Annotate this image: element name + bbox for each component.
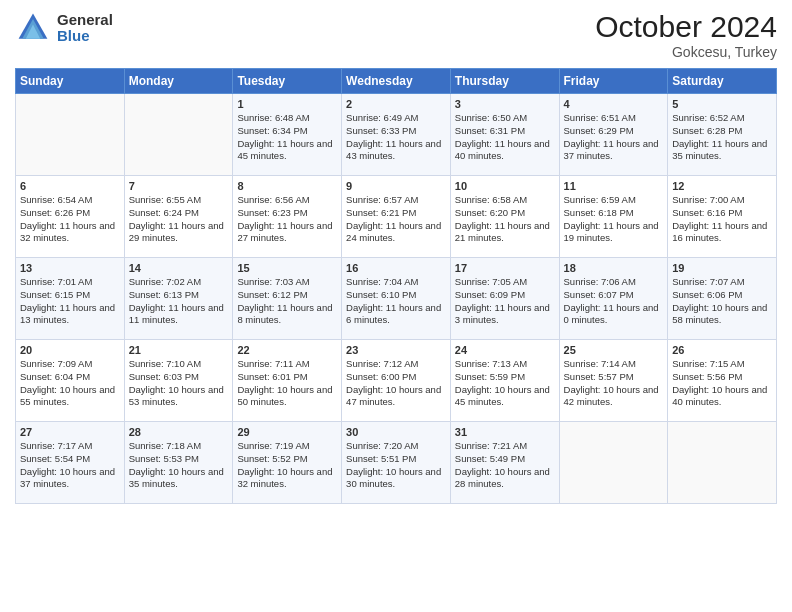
day-number: 28: [129, 426, 229, 438]
day-detail: Sunrise: 6:55 AMSunset: 6:24 PMDaylight:…: [129, 194, 224, 243]
calendar-cell: [668, 422, 777, 504]
day-detail: Sunrise: 7:05 AMSunset: 6:09 PMDaylight:…: [455, 276, 550, 325]
calendar-cell: 5Sunrise: 6:52 AMSunset: 6:28 PMDaylight…: [668, 94, 777, 176]
calendar-cell: 15Sunrise: 7:03 AMSunset: 6:12 PMDayligh…: [233, 258, 342, 340]
day-detail: Sunrise: 6:57 AMSunset: 6:21 PMDaylight:…: [346, 194, 441, 243]
day-detail: Sunrise: 6:56 AMSunset: 6:23 PMDaylight:…: [237, 194, 332, 243]
calendar-cell: 4Sunrise: 6:51 AMSunset: 6:29 PMDaylight…: [559, 94, 668, 176]
day-number: 6: [20, 180, 120, 192]
calendar-cell: 18Sunrise: 7:06 AMSunset: 6:07 PMDayligh…: [559, 258, 668, 340]
day-detail: Sunrise: 7:15 AMSunset: 5:56 PMDaylight:…: [672, 358, 767, 407]
day-number: 3: [455, 98, 555, 110]
calendar-cell: 13Sunrise: 7:01 AMSunset: 6:15 PMDayligh…: [16, 258, 125, 340]
day-number: 10: [455, 180, 555, 192]
calendar-cell: [559, 422, 668, 504]
day-number: 16: [346, 262, 446, 274]
location-subtitle: Gokcesu, Turkey: [595, 44, 777, 60]
day-number: 12: [672, 180, 772, 192]
calendar-cell: 19Sunrise: 7:07 AMSunset: 6:06 PMDayligh…: [668, 258, 777, 340]
day-number: 2: [346, 98, 446, 110]
day-detail: Sunrise: 7:06 AMSunset: 6:07 PMDaylight:…: [564, 276, 659, 325]
calendar-cell: 9Sunrise: 6:57 AMSunset: 6:21 PMDaylight…: [342, 176, 451, 258]
calendar-cell: 20Sunrise: 7:09 AMSunset: 6:04 PMDayligh…: [16, 340, 125, 422]
calendar-cell: 30Sunrise: 7:20 AMSunset: 5:51 PMDayligh…: [342, 422, 451, 504]
calendar-cell: 25Sunrise: 7:14 AMSunset: 5:57 PMDayligh…: [559, 340, 668, 422]
calendar-cell: 17Sunrise: 7:05 AMSunset: 6:09 PMDayligh…: [450, 258, 559, 340]
day-number: 14: [129, 262, 229, 274]
calendar-cell: 1Sunrise: 6:48 AMSunset: 6:34 PMDaylight…: [233, 94, 342, 176]
day-header-wednesday: Wednesday: [342, 69, 451, 94]
day-detail: Sunrise: 7:04 AMSunset: 6:10 PMDaylight:…: [346, 276, 441, 325]
calendar-cell: 8Sunrise: 6:56 AMSunset: 6:23 PMDaylight…: [233, 176, 342, 258]
day-detail: Sunrise: 7:18 AMSunset: 5:53 PMDaylight:…: [129, 440, 224, 489]
day-number: 5: [672, 98, 772, 110]
day-number: 17: [455, 262, 555, 274]
day-number: 11: [564, 180, 664, 192]
logo-text: General Blue: [57, 12, 113, 45]
day-number: 26: [672, 344, 772, 356]
title-block: October 2024 Gokcesu, Turkey: [595, 10, 777, 60]
day-detail: Sunrise: 6:59 AMSunset: 6:18 PMDaylight:…: [564, 194, 659, 243]
day-detail: Sunrise: 7:07 AMSunset: 6:06 PMDaylight:…: [672, 276, 767, 325]
calendar-cell: 26Sunrise: 7:15 AMSunset: 5:56 PMDayligh…: [668, 340, 777, 422]
day-header-thursday: Thursday: [450, 69, 559, 94]
day-detail: Sunrise: 7:01 AMSunset: 6:15 PMDaylight:…: [20, 276, 115, 325]
day-detail: Sunrise: 7:12 AMSunset: 6:00 PMDaylight:…: [346, 358, 441, 407]
calendar-cell: 2Sunrise: 6:49 AMSunset: 6:33 PMDaylight…: [342, 94, 451, 176]
day-number: 20: [20, 344, 120, 356]
calendar-cell: 31Sunrise: 7:21 AMSunset: 5:49 PMDayligh…: [450, 422, 559, 504]
calendar-cell: [124, 94, 233, 176]
calendar-cell: 11Sunrise: 6:59 AMSunset: 6:18 PMDayligh…: [559, 176, 668, 258]
day-number: 27: [20, 426, 120, 438]
day-number: 13: [20, 262, 120, 274]
month-title: October 2024: [595, 10, 777, 44]
calendar-week-row: 20Sunrise: 7:09 AMSunset: 6:04 PMDayligh…: [16, 340, 777, 422]
day-number: 1: [237, 98, 337, 110]
logo: General Blue: [15, 10, 113, 46]
calendar-week-row: 6Sunrise: 6:54 AMSunset: 6:26 PMDaylight…: [16, 176, 777, 258]
day-detail: Sunrise: 7:00 AMSunset: 6:16 PMDaylight:…: [672, 194, 767, 243]
calendar-cell: 14Sunrise: 7:02 AMSunset: 6:13 PMDayligh…: [124, 258, 233, 340]
day-number: 25: [564, 344, 664, 356]
day-number: 24: [455, 344, 555, 356]
day-number: 18: [564, 262, 664, 274]
day-header-friday: Friday: [559, 69, 668, 94]
day-detail: Sunrise: 7:19 AMSunset: 5:52 PMDaylight:…: [237, 440, 332, 489]
day-number: 30: [346, 426, 446, 438]
day-header-monday: Monday: [124, 69, 233, 94]
day-number: 23: [346, 344, 446, 356]
day-detail: Sunrise: 6:50 AMSunset: 6:31 PMDaylight:…: [455, 112, 550, 161]
logo-general-text: General: [57, 12, 113, 29]
day-number: 15: [237, 262, 337, 274]
calendar-cell: 6Sunrise: 6:54 AMSunset: 6:26 PMDaylight…: [16, 176, 125, 258]
day-detail: Sunrise: 6:51 AMSunset: 6:29 PMDaylight:…: [564, 112, 659, 161]
day-number: 7: [129, 180, 229, 192]
calendar-cell: 7Sunrise: 6:55 AMSunset: 6:24 PMDaylight…: [124, 176, 233, 258]
calendar-cell: 27Sunrise: 7:17 AMSunset: 5:54 PMDayligh…: [16, 422, 125, 504]
day-number: 9: [346, 180, 446, 192]
day-header-sunday: Sunday: [16, 69, 125, 94]
calendar-cell: 3Sunrise: 6:50 AMSunset: 6:31 PMDaylight…: [450, 94, 559, 176]
calendar-cell: 22Sunrise: 7:11 AMSunset: 6:01 PMDayligh…: [233, 340, 342, 422]
day-detail: Sunrise: 7:11 AMSunset: 6:01 PMDaylight:…: [237, 358, 332, 407]
calendar-week-row: 13Sunrise: 7:01 AMSunset: 6:15 PMDayligh…: [16, 258, 777, 340]
day-detail: Sunrise: 7:21 AMSunset: 5:49 PMDaylight:…: [455, 440, 550, 489]
day-header-saturday: Saturday: [668, 69, 777, 94]
calendar-cell: 29Sunrise: 7:19 AMSunset: 5:52 PMDayligh…: [233, 422, 342, 504]
calendar-cell: [16, 94, 125, 176]
day-detail: Sunrise: 7:13 AMSunset: 5:59 PMDaylight:…: [455, 358, 550, 407]
day-number: 31: [455, 426, 555, 438]
day-detail: Sunrise: 7:14 AMSunset: 5:57 PMDaylight:…: [564, 358, 659, 407]
calendar-week-row: 27Sunrise: 7:17 AMSunset: 5:54 PMDayligh…: [16, 422, 777, 504]
day-number: 4: [564, 98, 664, 110]
day-number: 22: [237, 344, 337, 356]
calendar-cell: 23Sunrise: 7:12 AMSunset: 6:00 PMDayligh…: [342, 340, 451, 422]
day-detail: Sunrise: 6:49 AMSunset: 6:33 PMDaylight:…: [346, 112, 441, 161]
day-detail: Sunrise: 7:03 AMSunset: 6:12 PMDaylight:…: [237, 276, 332, 325]
header: General Blue October 2024 Gokcesu, Turke…: [15, 10, 777, 60]
day-detail: Sunrise: 6:54 AMSunset: 6:26 PMDaylight:…: [20, 194, 115, 243]
calendar-cell: 12Sunrise: 7:00 AMSunset: 6:16 PMDayligh…: [668, 176, 777, 258]
calendar-table: SundayMondayTuesdayWednesdayThursdayFrid…: [15, 68, 777, 504]
day-number: 29: [237, 426, 337, 438]
days-header-row: SundayMondayTuesdayWednesdayThursdayFrid…: [16, 69, 777, 94]
